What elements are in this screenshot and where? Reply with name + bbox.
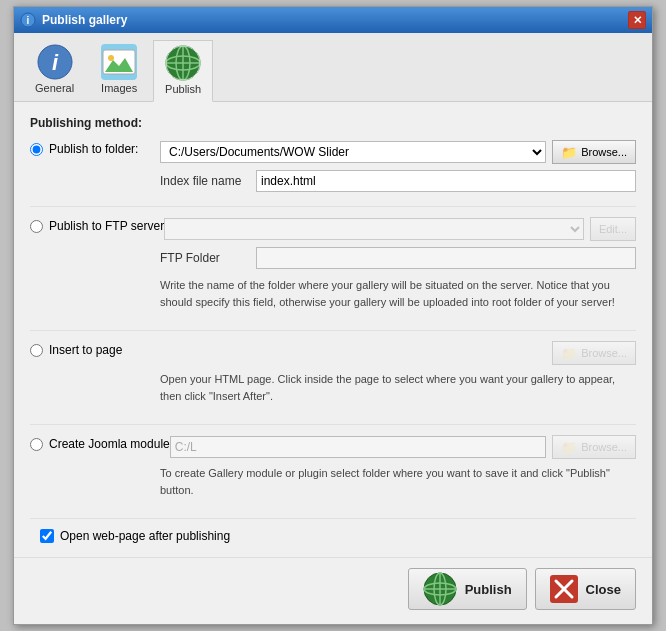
publish-ftp-label: Publish to FTP server [49, 219, 164, 233]
publish-ftp-radio[interactable] [30, 220, 43, 233]
tab-publish[interactable]: Publish [153, 40, 213, 102]
folder-icon: 📁 [561, 145, 577, 160]
open-webpage-row: Open web-page after publishing [40, 529, 636, 543]
insert-folder-icon: 📁 [561, 346, 577, 361]
publish-ftp-row: Publish to FTP server Edit... [30, 217, 636, 241]
ftp-folder-input[interactable] [256, 247, 636, 269]
joomla-row: Create Joomla module C:/L 📁 Browse... [30, 435, 636, 459]
svg-text:i: i [27, 15, 30, 26]
close-button-label: Close [586, 582, 621, 597]
publish-folder-radio[interactable] [30, 143, 43, 156]
open-webpage-checkbox[interactable] [40, 529, 54, 543]
insert-page-row: Insert to page 📁 Browse... [30, 341, 636, 365]
tabs-bar: i General Images Publish [14, 33, 652, 102]
ftp-folder-label: FTP Folder [160, 251, 250, 265]
window-title: Publish gallery [42, 13, 127, 27]
publish-globe-icon [423, 572, 457, 606]
joomla-field-row: C:/L 📁 Browse... [170, 435, 636, 459]
publish-folder-label-col: Publish to folder: [30, 140, 160, 156]
images-tab-icon [101, 44, 137, 80]
insert-page-help-text: Open your HTML page. Click inside the pa… [160, 371, 636, 404]
publish-ftp-input[interactable] [164, 218, 584, 240]
window-icon: i [20, 12, 36, 28]
tab-images-label: Images [101, 82, 137, 94]
tab-general-label: General [35, 82, 74, 94]
tab-images[interactable]: Images [89, 39, 149, 101]
publish-ftp-field-row: Edit... [164, 217, 636, 241]
index-file-label: Index file name [160, 174, 250, 188]
insert-page-section: Insert to page 📁 Browse... Open your HTM… [30, 341, 636, 425]
publish-button-label: Publish [465, 582, 512, 597]
main-window: i Publish gallery ✕ i General Images [13, 6, 653, 625]
section-title: Publishing method: [30, 116, 636, 130]
joomla-label-col: Create Joomla module [30, 435, 170, 451]
joomla-label: Create Joomla module [49, 437, 170, 451]
titlebar-left: i Publish gallery [20, 12, 127, 28]
publish-button[interactable]: Publish [408, 568, 527, 610]
insert-page-field-row: 📁 Browse... [160, 341, 636, 365]
footer: Publish Close [14, 557, 652, 624]
publish-folder-label: Publish to folder: [49, 142, 138, 156]
joomla-folder-input[interactable]: C:/L [170, 436, 546, 458]
publish-folder-row: Publish to folder: C:/Users/Documents/WO… [30, 140, 636, 164]
close-x-icon [550, 575, 578, 603]
joomla-section: Create Joomla module C:/L 📁 Browse... To… [30, 435, 636, 519]
joomla-radio[interactable] [30, 438, 43, 451]
svg-point-7 [108, 55, 114, 61]
tab-publish-label: Publish [165, 83, 201, 95]
insert-page-label-col: Insert to page [30, 341, 160, 357]
insert-page-label: Insert to page [49, 343, 122, 357]
open-webpage-label: Open web-page after publishing [60, 529, 230, 543]
index-file-input[interactable]: index.html [256, 170, 636, 192]
insert-page-browse-button[interactable]: 📁 Browse... [552, 341, 636, 365]
publish-folder-browse-button[interactable]: 📁 Browse... [552, 140, 636, 164]
publish-ftp-edit-button[interactable]: Edit... [590, 217, 636, 241]
svg-text:i: i [52, 50, 59, 75]
publish-ftp-section: Publish to FTP server Edit... FTP Folder… [30, 217, 636, 331]
main-content: Publishing method: Publish to folder: C:… [14, 102, 652, 557]
joomla-help-text: To create Gallery module or plugin selec… [160, 465, 636, 498]
window-close-button[interactable]: ✕ [628, 11, 646, 29]
tab-general[interactable]: i General [24, 39, 85, 101]
ftp-folder-row: FTP Folder [160, 247, 636, 269]
publish-folder-field-row: C:/Users/Documents/WOW Slider 📁 Browse..… [160, 140, 636, 164]
insert-page-radio[interactable] [30, 344, 43, 357]
publish-ftp-label-col: Publish to FTP server [30, 217, 164, 233]
publish-folder-input[interactable]: C:/Users/Documents/WOW Slider [160, 141, 546, 163]
close-button[interactable]: Close [535, 568, 636, 610]
general-tab-icon: i [37, 44, 73, 80]
index-file-row: Index file name index.html [160, 170, 636, 192]
publish-tab-icon [165, 45, 201, 81]
joomla-folder-icon: 📁 [561, 440, 577, 455]
publish-folder-section: Publish to folder: C:/Users/Documents/WO… [30, 140, 636, 207]
ftp-help-text: Write the name of the folder where your … [160, 277, 636, 310]
titlebar: i Publish gallery ✕ [14, 7, 652, 33]
joomla-browse-button[interactable]: 📁 Browse... [552, 435, 636, 459]
